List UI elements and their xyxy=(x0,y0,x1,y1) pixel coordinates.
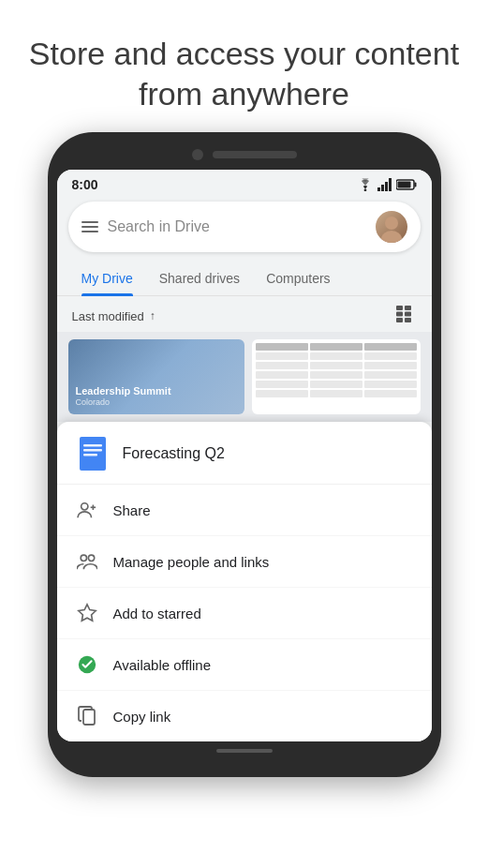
file-thumbnails: Leadership Summit Colorado xyxy=(57,332,432,422)
svg-rect-1 xyxy=(377,187,380,191)
thumb-title: Leadership Summit xyxy=(76,385,237,397)
spreadsheet-row-4 xyxy=(256,371,417,379)
spreadsheet-row-3 xyxy=(256,362,417,369)
search-bar[interactable]: Search in Drive xyxy=(68,202,421,252)
avatar[interactable] xyxy=(376,211,407,243)
svg-rect-13 xyxy=(405,312,411,317)
svg-point-20 xyxy=(81,503,87,510)
tab-my-drive[interactable]: My Drive xyxy=(68,262,146,295)
person-add-icon xyxy=(76,499,98,521)
svg-rect-19 xyxy=(83,454,97,456)
phone-bottom-bar xyxy=(57,741,432,760)
spreadsheet-row-6 xyxy=(256,390,417,397)
status-time: 8:00 xyxy=(72,177,98,192)
file-thumbnail-presentation[interactable]: Leadership Summit Colorado xyxy=(68,339,244,414)
share-label: Share xyxy=(113,502,151,518)
svg-rect-17 xyxy=(83,444,102,447)
svg-rect-27 xyxy=(83,710,95,725)
svg-rect-2 xyxy=(381,185,384,191)
svg-point-9 xyxy=(381,231,402,243)
available-offline-label: Available offline xyxy=(113,657,212,673)
drive-tabs: My Drive Shared drives Computers xyxy=(57,262,432,296)
signal-icon xyxy=(377,178,392,191)
svg-rect-18 xyxy=(83,449,102,452)
tab-computers[interactable]: Computers xyxy=(253,262,343,295)
menu-item-share[interactable]: Share xyxy=(57,485,432,536)
svg-rect-3 xyxy=(385,182,388,191)
menu-item-manage-people[interactable]: Manage people and links xyxy=(57,536,432,588)
context-file-name: Forecasting Q2 xyxy=(123,445,225,462)
page-header: Store and access your content from anywh… xyxy=(0,0,488,132)
svg-rect-14 xyxy=(396,318,403,322)
phone-top-bar xyxy=(57,149,432,170)
status-icons xyxy=(357,178,417,191)
sort-arrow-icon: ↑ xyxy=(150,309,155,322)
sort-label-text: Last modified xyxy=(72,309,144,323)
menu-item-add-starred[interactable]: Add to starred xyxy=(57,588,432,639)
spreadsheet-row-2 xyxy=(256,352,417,360)
context-menu: Forecasting Q2 Share xyxy=(57,422,432,741)
svg-point-0 xyxy=(363,189,366,192)
sort-button[interactable]: Last modified ↑ xyxy=(72,309,155,323)
svg-rect-15 xyxy=(405,318,411,322)
battery-icon xyxy=(396,179,417,190)
hamburger-icon[interactable] xyxy=(81,221,98,232)
avatar-image xyxy=(376,211,407,243)
copy-icon xyxy=(76,705,98,727)
menu-item-available-offline[interactable]: Available offline xyxy=(57,639,432,691)
svg-rect-10 xyxy=(396,306,403,310)
doc-icon xyxy=(76,437,110,471)
spreadsheet-row-1 xyxy=(256,343,417,351)
svg-point-24 xyxy=(88,555,94,561)
spreadsheet-row-5 xyxy=(256,381,417,388)
manage-people-label: Manage people and links xyxy=(113,554,270,570)
menu-item-copy-link[interactable]: Copy link xyxy=(57,691,432,741)
check-circle-icon xyxy=(76,653,98,676)
svg-point-8 xyxy=(385,217,398,230)
view-toggle-icon[interactable] xyxy=(396,306,417,326)
copy-link-label: Copy link xyxy=(113,709,171,725)
svg-rect-4 xyxy=(389,178,392,191)
tab-shared-drives[interactable]: Shared drives xyxy=(146,262,253,295)
svg-rect-7 xyxy=(397,182,410,188)
file-thumbnail-spreadsheet[interactable] xyxy=(252,339,421,414)
svg-marker-25 xyxy=(78,605,95,621)
phone-screen: 8:00 xyxy=(57,170,432,741)
phone-mockup: 8:00 xyxy=(0,132,488,777)
svg-rect-11 xyxy=(405,306,411,310)
add-starred-label: Add to starred xyxy=(113,606,201,621)
file-list-header: Last modified ↑ xyxy=(57,296,432,332)
phone-shell: 8:00 xyxy=(48,132,441,777)
svg-point-23 xyxy=(81,555,86,561)
svg-rect-6 xyxy=(414,183,416,187)
thumb-subtitle: Colorado xyxy=(76,397,237,407)
star-icon xyxy=(76,602,98,624)
camera-dot xyxy=(192,149,203,160)
speaker-bar xyxy=(213,151,297,158)
status-bar: 8:00 xyxy=(57,170,432,196)
search-placeholder: Search in Drive xyxy=(108,218,366,235)
header-title: Store and access your content from anywh… xyxy=(28,34,460,113)
home-indicator xyxy=(216,749,273,753)
svg-rect-12 xyxy=(396,312,403,317)
wifi-icon xyxy=(357,178,374,191)
context-file-header: Forecasting Q2 xyxy=(57,422,432,485)
manage-people-icon xyxy=(76,550,98,573)
